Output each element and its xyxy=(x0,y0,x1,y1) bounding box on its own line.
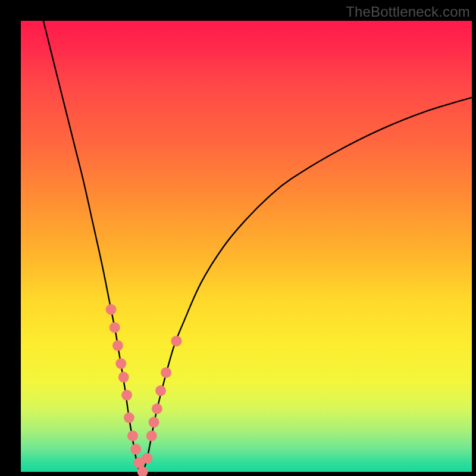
curve-marker xyxy=(115,358,126,369)
curve-marker xyxy=(130,444,141,455)
chart-frame: TheBottleneck.com xyxy=(0,0,476,476)
curve-marker xyxy=(152,403,162,414)
curve-marker xyxy=(146,430,157,441)
curve-marker xyxy=(171,336,182,346)
marker-group xyxy=(106,304,182,476)
curve-marker xyxy=(106,304,117,315)
curve-marker xyxy=(124,412,134,423)
plot-area xyxy=(21,21,472,472)
bottleneck-curve xyxy=(43,21,472,472)
curve-marker xyxy=(155,386,166,396)
curve-marker xyxy=(161,367,171,378)
curve-marker xyxy=(149,417,159,428)
curve-layer xyxy=(21,21,472,472)
watermark-text: TheBottleneck.com xyxy=(346,4,470,20)
curve-marker xyxy=(142,453,152,464)
curve-marker xyxy=(121,390,132,400)
curve-marker xyxy=(112,340,123,351)
curve-marker xyxy=(127,430,138,441)
curve-marker xyxy=(109,322,120,333)
curve-marker xyxy=(118,372,129,383)
